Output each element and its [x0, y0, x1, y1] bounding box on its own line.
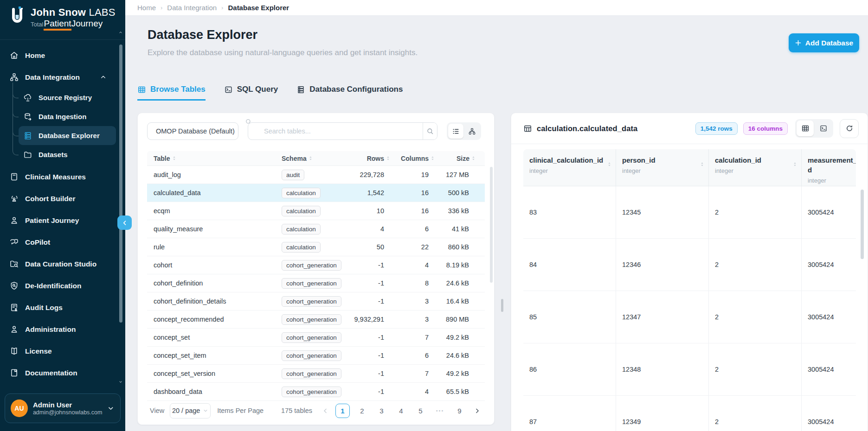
grid-cell[interactable]: 2 [709, 343, 802, 395]
sort-caret-icon [430, 155, 436, 161]
grid-cell[interactable]: 3005424 [802, 343, 856, 395]
sidebar-item-data-ingestion[interactable]: Data Ingestion [19, 107, 113, 126]
sql-view-button[interactable] [815, 120, 832, 136]
table-row-ecqm[interactable]: ecqmcalculation1016336 kB [147, 202, 485, 220]
sidebar-item-administration[interactable]: Administration [0, 318, 113, 340]
grid-view-button[interactable] [797, 120, 814, 136]
tab-sql-query[interactable]: SQL Query [224, 85, 278, 101]
table-row-rule[interactable]: rulecalculation5022860 kB [147, 238, 485, 256]
sort-caret-icon [308, 155, 314, 161]
page-button-2[interactable]: 2 [355, 404, 369, 418]
grid-cell[interactable]: 2 [709, 291, 802, 343]
sidebar-item-database-explorer[interactable]: Database Explorer [19, 126, 116, 145]
grid-cell[interactable]: 3005424 [802, 291, 856, 343]
table-name-cell: concept_recommended [147, 316, 275, 323]
grid-cell[interactable]: 3005424 [802, 239, 856, 291]
panel-resize-handle[interactable] [501, 299, 503, 312]
sidebar-item-de-identification[interactable]: De-Identification [0, 275, 113, 297]
refresh-button[interactable] [840, 119, 859, 138]
grid-column-header-measurement-co-d[interactable]: measurement_codinteger [802, 149, 856, 186]
column-header-rows[interactable]: Rows [349, 155, 392, 162]
database-selector[interactable]: OMOP Database (Default) [147, 122, 238, 140]
grid-cell[interactable]: 12347 [616, 291, 709, 343]
grid-cell[interactable]: 2 [709, 396, 802, 431]
scroll-down-icon[interactable] [118, 380, 123, 384]
table-row-cohort-definition[interactable]: cohort_definitioncohort_generation-1824.… [147, 274, 485, 292]
table-row-concept-set-item[interactable]: concept_set_itemcohort_generation-1624.6… [147, 347, 485, 365]
table-row-concept-set[interactable]: concept_setcohort_generation-1749.2 kB [147, 329, 485, 347]
page-button-3[interactable]: 3 [374, 404, 389, 418]
schema-cell: cohort_generation [275, 296, 349, 307]
data-grid-scrollbar[interactable] [861, 190, 864, 259]
table-row-dashboard-data[interactable]: dashboard_datacohort_generation-1465.5 k… [147, 383, 485, 401]
tree-view-button[interactable] [464, 124, 480, 139]
table-row-cohort[interactable]: cohortcohort_generation-148.19 kB [147, 256, 485, 274]
breadcrumb-item-home[interactable]: Home [137, 4, 156, 12]
prev-page-button[interactable] [320, 406, 330, 416]
sidebar-item-cohort-builder[interactable]: Cohort Builder [0, 188, 113, 209]
table-row-concept-recommended[interactable]: concept_recommendedcohort_generation9,93… [147, 311, 485, 329]
schema-badge: calculation [282, 224, 321, 235]
grid-cell[interactable]: 84 [523, 239, 616, 291]
column-header-size[interactable]: Size [437, 155, 486, 162]
tables-table-header: TableSchemaRowsColumnsSize [147, 151, 485, 166]
column-header-schema[interactable]: Schema [275, 155, 349, 162]
table-row-quality-measure[interactable]: quality_measurecalculation4641 kB [147, 220, 485, 238]
sidebar-item-audit-logs[interactable]: Audit Logs [0, 297, 113, 318]
schema-cell: cohort_generation [275, 387, 349, 397]
sidebar-item-license[interactable]: License [0, 340, 113, 362]
tables-toolbar: OMOP Database (Default) [147, 122, 481, 140]
column-header-columns[interactable]: Columns [392, 155, 437, 162]
sidebar-item-data-curation-studio[interactable]: Data Curation Studio [0, 253, 113, 275]
sidebar-item-documentation[interactable]: Documentation [0, 362, 113, 384]
tab-database-configurations[interactable]: Database Configurations [296, 85, 403, 101]
sidebar-collapse-button[interactable] [117, 216, 132, 230]
next-page-button[interactable] [472, 406, 482, 416]
table-row-cohort-definition-details[interactable]: cohort_definition_detailscohort_generati… [147, 292, 485, 311]
user-card[interactable]: AU Admin User admin@johnsnowlabs.com [5, 393, 121, 423]
page-size-select[interactable]: 20 / page [170, 403, 211, 418]
breadcrumb-item-data-integration[interactable]: Data Integration [167, 4, 217, 12]
sidebar-scrollbar[interactable] [119, 44, 122, 323]
grid-cell[interactable]: 2 [709, 186, 802, 238]
grid-column-header-person-id[interactable]: person_idinteger [616, 149, 709, 186]
grid-cell[interactable]: 85 [523, 291, 616, 343]
sidebar-item-home[interactable]: Home [0, 44, 113, 66]
sidebar-item-datasets[interactable]: Datasets [19, 145, 113, 164]
tab-browse-tables[interactable]: Browse Tables [137, 85, 206, 101]
add-database-button[interactable]: Add Database [789, 33, 859, 52]
size-cell: 41 kB [437, 225, 486, 233]
page-button-1[interactable]: 1 [335, 404, 350, 418]
page-button-4[interactable]: 4 [394, 404, 408, 418]
grid-cell[interactable]: 3005424 [802, 186, 856, 238]
grid-cell[interactable]: 12345 [616, 186, 709, 238]
table-row-concept-set-version[interactable]: concept_set_versioncohort_generation-174… [147, 365, 485, 383]
scroll-up-icon[interactable] [118, 31, 123, 34]
tables-scrollbar[interactable] [490, 167, 493, 283]
grid-cell[interactable]: 83 [523, 186, 616, 238]
search-tables-input[interactable] [248, 123, 423, 139]
chevron-left-icon [322, 407, 329, 414]
sidebar-item-clinical-measures[interactable]: Clinical Measures [0, 166, 113, 188]
sidebar-item-source-registry[interactable]: Source Registry [19, 88, 113, 107]
list-view-button[interactable] [448, 124, 463, 139]
jsl-logo: John Snow LABS TotalPatientJourney [0, 0, 125, 40]
grid-cell[interactable]: 12346 [616, 239, 709, 291]
table-row-calculated-data[interactable]: calculated_datacalculation1,54216500 kB [147, 184, 485, 202]
sidebar-item-copilot[interactable]: CoPilot [0, 231, 113, 253]
sidebar-item-patient-journey[interactable]: Patient Journey [0, 209, 113, 231]
grid-cell[interactable]: 2 [709, 239, 802, 291]
grid-column-header-clinical-calculation-id[interactable]: clinical_calculation_idinteger [523, 149, 616, 186]
grid-column-header-calculation-id[interactable]: calculation_idinteger [709, 149, 802, 186]
page-button-5[interactable]: 5 [413, 404, 428, 418]
sort-caret-icon [606, 161, 612, 167]
grid-cell[interactable]: 87 [523, 396, 616, 431]
table-row-audit-log[interactable]: audit_logaudit229,72819127 MB [147, 166, 485, 184]
grid-cell[interactable]: 86 [523, 343, 616, 395]
grid-cell[interactable]: 12349 [616, 396, 709, 431]
column-header-table[interactable]: Table [147, 155, 275, 162]
grid-cell[interactable]: 12348 [616, 343, 709, 395]
grid-cell[interactable]: 3005424 [802, 396, 856, 431]
search-button[interactable] [423, 123, 437, 139]
page-button-9[interactable]: 9 [452, 404, 467, 418]
